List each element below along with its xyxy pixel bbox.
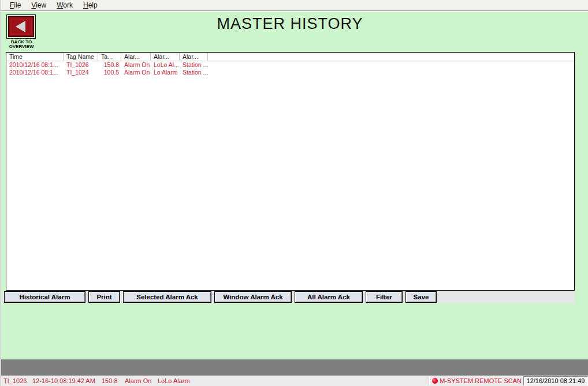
window-alarm-ack-button[interactable]: Window Alarm Ack	[214, 291, 292, 303]
menu-view[interactable]: View	[26, 1, 51, 10]
menu-help-accel: H	[83, 1, 88, 9]
cell-tag-value: 100.5	[98, 69, 121, 76]
back-arrow-icon	[16, 21, 25, 32]
historical-alarm-label: Historical Alarm	[5, 292, 85, 302]
status-last-alarm: TI_1026 12-16-10 08:19:42 AM 150.8 Alarm…	[1, 377, 190, 384]
menu-work-accel: W	[57, 1, 63, 9]
column-header-alarm-status[interactable]: Alar...	[121, 53, 151, 61]
gray-divider-band	[1, 359, 588, 376]
cell-alarm-type: LoLo Al...	[151, 61, 180, 69]
window-alarm-ack-label: Window Alarm Ack	[215, 292, 291, 302]
status-alarm-type: LoLo Alarm	[158, 377, 190, 384]
cell-time: 2010/12/16 08:1...	[6, 61, 64, 69]
status-bar-right: M-SYSTEM.REMOTE SCAN 12/16/2010 08:21:49	[429, 376, 588, 386]
print-button[interactable]: Print	[88, 291, 120, 303]
menu-file-rest: ile	[14, 1, 21, 9]
all-alarm-ack-button[interactable]: All Alarm Ack	[295, 291, 363, 303]
menu-work-rest: ork	[63, 1, 73, 9]
column-header-time[interactable]: Time	[6, 53, 64, 61]
column-header-alarm-station[interactable]: Alar...	[180, 53, 208, 61]
back-to-overview-label: BACK TO OVERVIEW	[2, 40, 40, 49]
status-alarm-value: 150.8	[102, 377, 125, 384]
menu-bar: File View Work Help	[1, 0, 588, 11]
status-alarm-datetime: 12-16-10 08:19:42 AM	[32, 377, 102, 384]
menu-work[interactable]: Work	[51, 1, 78, 10]
table-header-row: Time Tag Name Ta... Alar... Alar... Alar…	[6, 53, 574, 61]
menu-view-accel: V	[31, 1, 36, 9]
column-header-filler	[208, 53, 574, 61]
menu-help[interactable]: Help	[78, 1, 103, 10]
status-alarm-status: Alarm On	[125, 377, 158, 384]
cell-tag-name: TI_1024	[64, 69, 98, 76]
historical-alarm-button[interactable]: Historical Alarm	[4, 291, 85, 303]
cell-tag-name: TI_1026	[64, 61, 98, 69]
save-label: Save	[406, 292, 436, 302]
menu-file[interactable]: File	[5, 1, 26, 10]
cell-alarm-status: Alarm On	[121, 69, 151, 76]
cell-alarm-station: Station ...	[180, 61, 208, 69]
toolbar: Historical Alarm Print Selected Alarm Ac…	[2, 291, 575, 303]
cell-alarm-status: Alarm On	[121, 61, 151, 69]
cell-tag-value: 150.8	[98, 61, 121, 69]
status-bar: TI_1026 12-16-10 08:19:42 AM 150.8 Alarm…	[1, 376, 588, 386]
filter-button[interactable]: Filter	[366, 291, 403, 303]
cell-alarm-type: Lo Alarm	[151, 69, 180, 76]
print-label: Print	[89, 292, 120, 302]
master-history-window: File View Work Help BACK TO OVERVIEW MAS…	[0, 0, 588, 386]
back-label-line2: OVERVIEW	[2, 44, 40, 49]
menu-help-rest: elp	[88, 1, 98, 9]
column-header-tag-name[interactable]: Tag Name	[64, 53, 98, 61]
cell-alarm-station: Station ...	[180, 69, 208, 76]
alarm-history-table: Time Tag Name Ta... Alar... Alar... Alar…	[6, 52, 575, 291]
table-row[interactable]: 2010/12/16 08:1... TI_1026 150.8 Alarm O…	[6, 61, 574, 69]
column-header-alarm-type[interactable]: Alar...	[151, 53, 180, 61]
menu-view-rest: iew	[36, 1, 46, 9]
selected-alarm-ack-button[interactable]: Selected Alarm Ack	[123, 291, 211, 303]
column-header-tag-value[interactable]: Ta...	[98, 53, 121, 61]
cell-time: 2010/12/16 08:1...	[6, 69, 64, 76]
connection-status-text: M-SYSTEM.REMOTE SCAN	[440, 377, 522, 384]
status-separator	[429, 377, 429, 385]
all-alarm-ack-label: All Alarm Ack	[295, 292, 362, 302]
save-button[interactable]: Save	[405, 291, 437, 303]
page-title: MASTER HISTORY	[1, 15, 579, 33]
selected-alarm-ack-label: Selected Alarm Ack	[124, 292, 211, 302]
table-row[interactable]: 2010/12/16 08:1... TI_1024 100.5 Alarm O…	[6, 69, 574, 76]
connection-led-icon	[432, 378, 438, 384]
status-alarm-tag: TI_1026	[3, 377, 32, 384]
filter-label: Filter	[366, 292, 402, 302]
clock-panel: 12/16/2010 08:21:49	[523, 376, 588, 385]
